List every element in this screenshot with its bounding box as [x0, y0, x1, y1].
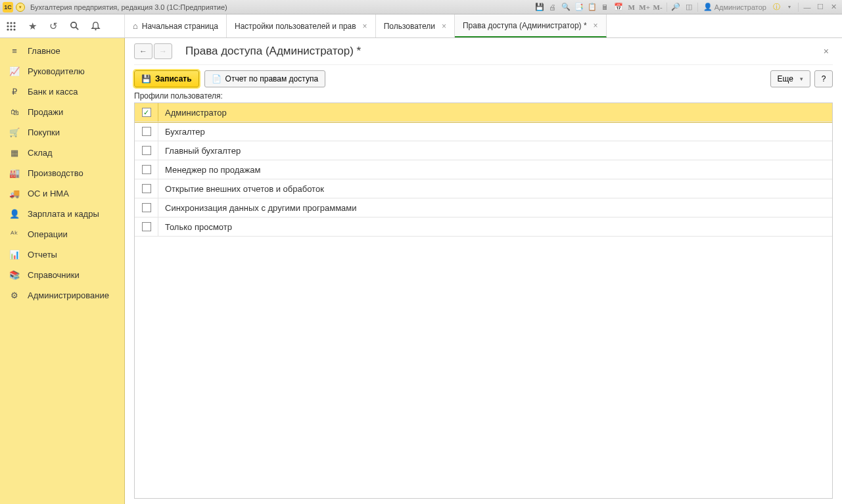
svg-point-2	[13, 22, 15, 24]
titlebar: 1C ▾ Бухгалтерия предприятия, редакция 3…	[0, 0, 842, 14]
search-icon[interactable]	[68, 20, 80, 32]
profile-checkbox[interactable]	[142, 203, 151, 212]
sidebar-item-label: Склад	[28, 148, 53, 158]
tab-home[interactable]: ⌂ Начальная страница	[125, 14, 227, 37]
current-user[interactable]: 👤 Администратор	[701, 2, 769, 12]
window-minimize-icon[interactable]: —	[801, 2, 813, 12]
sidebar-item-icon: 📚	[9, 270, 20, 280]
sidebar-item[interactable]: 🛒Покупки	[0, 122, 124, 143]
profile-checkbox[interactable]: ✓	[142, 108, 151, 117]
sidebar-item-label: ОС и НМА	[28, 189, 69, 198]
profile-checkbox[interactable]	[142, 146, 151, 155]
notifications-icon[interactable]	[89, 20, 101, 32]
profile-checkbox[interactable]	[142, 222, 151, 231]
sidebar-item[interactable]: 👤Зарплата и кадры	[0, 204, 124, 224]
profile-checkbox-cell	[135, 160, 158, 179]
sidebar-item[interactable]: 📈Руководителю	[0, 61, 124, 81]
sidebar-item[interactable]: 🏭Производство	[0, 163, 124, 183]
sidebar-item-label: Операции	[28, 229, 68, 239]
profile-checkbox[interactable]	[142, 165, 151, 174]
nav-forward-button[interactable]: →	[154, 43, 172, 59]
sidebar-item[interactable]: ₽Банк и касса	[0, 81, 124, 102]
help-button[interactable]: ?	[814, 70, 833, 87]
report-icon: 📄	[212, 74, 222, 83]
profile-checkbox-cell	[135, 218, 158, 236]
sidebar-item-icon: 🚚	[9, 189, 20, 198]
more-label: Еще	[778, 74, 793, 83]
profile-name: Открытие внешних отчетов и обработок	[158, 184, 324, 194]
sidebar-item-icon: 📈	[9, 66, 20, 76]
toolbar-info-dropdown[interactable]: ▾	[784, 2, 795, 12]
content: ← → Права доступа (Администратор) * × 💾 …	[125, 38, 842, 504]
home-icon: ⌂	[133, 21, 138, 31]
profile-checkbox[interactable]	[142, 184, 151, 193]
sidebar-item[interactable]: ≡Главное	[0, 41, 124, 61]
toolbar-compare-icon[interactable]: 📑	[573, 2, 585, 12]
tab-settings-users-rights[interactable]: Настройки пользователей и прав ×	[227, 14, 376, 37]
tab-close-icon[interactable]: ×	[594, 21, 598, 30]
toolbar-mminus-icon[interactable]: M-	[652, 2, 664, 12]
sidebar-item[interactable]: ᴬᵏОперации	[0, 224, 124, 244]
toolbar-calc-icon[interactable]: 🖩	[599, 2, 611, 12]
app-menu-dropdown[interactable]: ▾	[16, 3, 25, 12]
more-button[interactable]: Еще	[770, 70, 810, 87]
sidebar-item-label: Банк и касса	[28, 87, 78, 97]
toolbar-panels-icon[interactable]: ◫	[683, 2, 695, 12]
tab-close-icon[interactable]: ×	[442, 22, 446, 31]
sidebar-item-icon: ⚙	[9, 290, 20, 300]
toolbar-preview-icon[interactable]: 🔍	[560, 2, 572, 12]
sidebar-item[interactable]: 📚Справочники	[0, 265, 124, 285]
window-maximize-icon[interactable]: ☐	[814, 2, 826, 12]
sidebar-item[interactable]: 🛍Продажи	[0, 102, 124, 122]
profiles-table: ✓АдминистраторБухгалтерГлавный бухгалтер…	[134, 103, 833, 499]
tab-close-icon[interactable]: ×	[363, 22, 367, 31]
profile-row[interactable]: Бухгалтер	[135, 122, 832, 141]
profile-checkbox-cell	[135, 141, 158, 160]
sidebar-item[interactable]: ▦Склад	[0, 143, 124, 163]
apps-icon[interactable]	[5, 20, 17, 32]
toolbar-m-icon[interactable]: M	[626, 2, 638, 12]
save-label: Записать	[155, 74, 192, 83]
profile-name: Администратор	[158, 108, 227, 118]
profile-checkbox-cell: ✓	[135, 103, 158, 122]
sidebar: ≡Главное📈Руководителю₽Банк и касса🛍Прода…	[0, 38, 125, 504]
profile-row[interactable]: Открытие внешних отчетов и обработок	[135, 179, 832, 198]
report-button[interactable]: 📄 Отчет по правам доступа	[204, 70, 326, 87]
toolbar-zoom-icon[interactable]: 🔎	[670, 2, 682, 12]
history-icon[interactable]: ↺	[47, 20, 59, 32]
window-close-icon[interactable]: ✕	[828, 2, 839, 12]
tabs: ⌂ Начальная страница Настройки пользоват…	[125, 14, 842, 37]
tab-label: Права доступа (Администратор) *	[463, 21, 587, 30]
profile-row[interactable]: ✓Администратор	[135, 103, 832, 122]
svg-point-1	[10, 22, 12, 24]
svg-point-11	[95, 29, 96, 30]
profile-name: Бухгалтер	[158, 127, 205, 137]
sidebar-item-label: Администрирование	[28, 290, 109, 300]
profile-row[interactable]: Главный бухгалтер	[135, 141, 832, 160]
toolbar-separator	[667, 3, 667, 12]
toolbar-save-icon[interactable]: 💾	[534, 2, 546, 12]
toolbar-print-icon[interactable]: 🖨	[547, 2, 559, 12]
save-button[interactable]: 💾 Записать	[134, 70, 199, 87]
profile-row[interactable]: Только просмотр	[135, 218, 832, 237]
profile-row[interactable]: Синхронизация данных с другими программа…	[135, 198, 832, 218]
profile-checkbox[interactable]	[142, 127, 151, 136]
toolbar-mplus-icon[interactable]: M+	[639, 2, 651, 12]
sidebar-item[interactable]: ⚙Администрирование	[0, 285, 124, 306]
page-title: Права доступа (Администратор) *	[185, 45, 820, 58]
tab-access-rights[interactable]: Права доступа (Администратор) * ×	[455, 14, 607, 37]
sidebar-item-label: Руководителю	[28, 66, 85, 76]
toolbar-calendar-icon[interactable]: 📅	[613, 2, 624, 12]
toolbar-info-icon[interactable]: ⓘ	[770, 2, 782, 12]
profile-row[interactable]: Менеджер по продажам	[135, 160, 832, 179]
toolbar-clipboard-icon[interactable]: 📋	[586, 2, 598, 12]
sidebar-item[interactable]: 🚚ОС и НМА	[0, 183, 124, 204]
user-icon: 👤	[703, 3, 713, 11]
tab-users[interactable]: Пользователи ×	[376, 14, 455, 37]
page-close-icon[interactable]: ×	[820, 46, 833, 57]
sidebar-item[interactable]: 📊Отчеты	[0, 244, 124, 265]
action-bar: 💾 Записать 📄 Отчет по правам доступа Еще…	[134, 70, 833, 87]
nav-back-button[interactable]: ←	[134, 43, 152, 59]
sidebar-item-label: Зарплата и кадры	[28, 209, 99, 219]
favorites-icon[interactable]: ★	[26, 20, 38, 32]
